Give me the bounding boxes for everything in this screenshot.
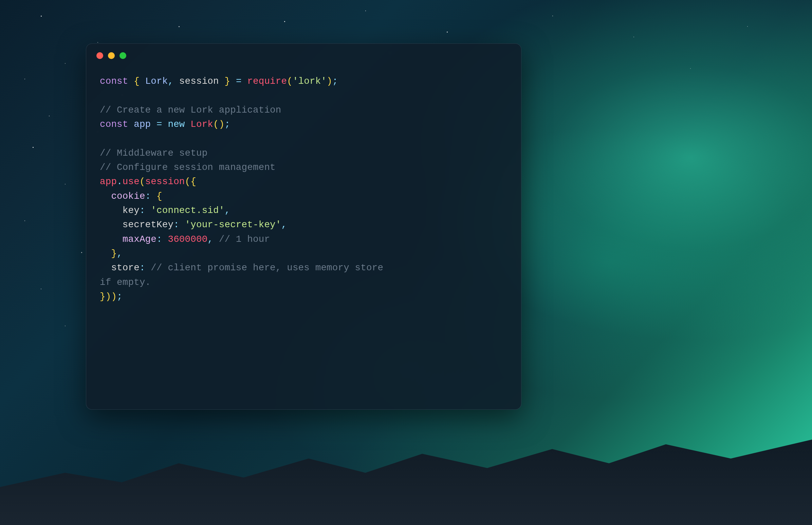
code-token: } [224, 76, 230, 87]
code-token [145, 205, 151, 216]
code-token [162, 234, 168, 244]
code-token: secretKey [122, 220, 173, 230]
window-close-button[interactable] [97, 52, 103, 59]
code-token: { [157, 191, 162, 201]
code-token [162, 119, 168, 130]
code-token [128, 119, 134, 130]
code-token [100, 220, 122, 230]
code-comment: // Create a new Lork application [100, 105, 281, 115]
code-token: { [190, 176, 196, 187]
code-token: require [247, 76, 287, 87]
code-token: session [179, 76, 219, 87]
code-token [100, 191, 111, 201]
code-token: ( [213, 119, 219, 130]
code-comment: // Middleware setup [100, 148, 207, 159]
code-token [100, 262, 111, 273]
code-window: const { Lork, session } = require('lork'… [86, 43, 521, 410]
code-token: ) [327, 76, 332, 87]
code-token: , [224, 205, 230, 216]
code-token: : [173, 220, 179, 230]
code-token: ) [111, 291, 117, 302]
code-token: store [111, 262, 140, 273]
code-token [140, 76, 145, 87]
code-token [213, 234, 219, 244]
code-token: { [134, 76, 140, 87]
code-token: , [207, 234, 213, 244]
code-token: , [117, 248, 122, 259]
code-token: = [157, 119, 162, 130]
code-token: const [100, 76, 128, 87]
window-titlebar [86, 44, 521, 68]
code-token: ( [185, 176, 191, 187]
code-token [151, 191, 157, 201]
code-token: 'your-secret-key' [185, 220, 281, 230]
code-token: . [117, 176, 122, 187]
code-token: 'connect.sid' [151, 205, 224, 216]
code-token: new [168, 119, 185, 130]
code-token: cookie [111, 191, 145, 201]
code-token: } [111, 248, 117, 259]
window-minimize-button[interactable] [108, 52, 115, 59]
code-token [230, 76, 236, 87]
code-token: ; [117, 291, 122, 302]
code-token: session [145, 176, 185, 187]
code-token [100, 234, 122, 244]
code-token: ; [332, 76, 338, 87]
code-token: ) [105, 291, 111, 302]
code-token [173, 76, 179, 87]
code-token: ) [219, 119, 225, 130]
code-token: , [281, 220, 287, 230]
code-token: ; [224, 119, 230, 130]
code-token: : [140, 262, 145, 273]
code-token: app [100, 176, 117, 187]
code-editor[interactable]: const { Lork, session } = require('lork'… [86, 68, 521, 311]
code-token: , [168, 76, 173, 87]
code-token: 'lork' [293, 76, 327, 87]
code-token: Lork [190, 119, 213, 130]
code-token: : [145, 191, 151, 201]
code-token [100, 248, 111, 259]
code-token [242, 76, 247, 87]
code-comment: // 1 hour [219, 234, 270, 244]
code-token: app [134, 119, 151, 130]
code-token [128, 76, 134, 87]
code-token: maxAge [122, 234, 157, 244]
code-token: 3600000 [168, 234, 207, 244]
code-comment: // client promise here, uses memory stor… [151, 262, 383, 273]
code-token: } [100, 291, 105, 302]
code-token: ( [287, 76, 293, 87]
code-token: : [140, 205, 145, 216]
code-token: ( [140, 176, 145, 187]
code-token: : [157, 234, 162, 244]
code-token [179, 220, 185, 230]
code-token [151, 119, 157, 130]
code-token: Lork [145, 76, 168, 87]
code-token [100, 205, 122, 216]
code-comment: if empty. [100, 277, 151, 288]
code-token [185, 119, 191, 130]
code-token: const [100, 119, 128, 130]
code-token [145, 262, 151, 273]
code-token: = [236, 76, 242, 87]
code-token [219, 76, 225, 87]
window-zoom-button[interactable] [119, 52, 126, 59]
code-token: use [122, 176, 140, 187]
code-token: key [122, 205, 140, 216]
code-comment: // Configure session management [100, 162, 276, 172]
